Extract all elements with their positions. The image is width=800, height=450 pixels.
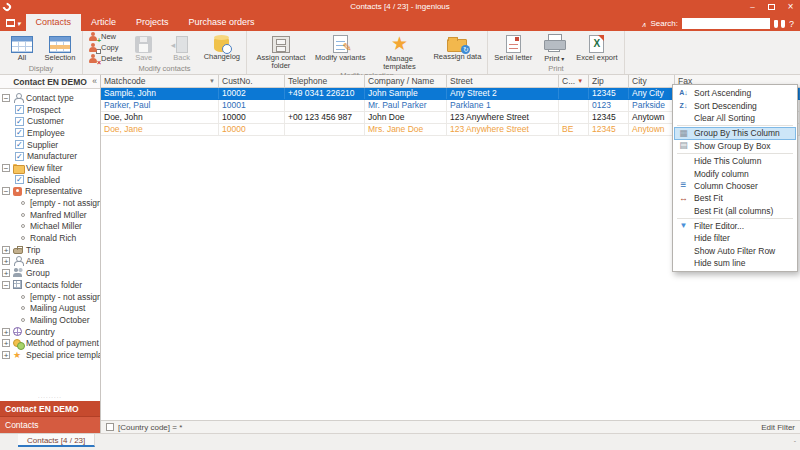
search-binoculars-icon[interactable]: [774, 20, 785, 28]
column-header-custno[interactable]: CustNo.: [219, 75, 285, 87]
all-button[interactable]: All: [3, 31, 41, 64]
collapse-panel-icon[interactable]: [92, 76, 97, 86]
tree-node-special-price-templates[interactable]: Special price templates: [0, 349, 100, 361]
filter-condition[interactable]: [Country code] = *: [118, 423, 182, 432]
cell[interactable]: Any City: [629, 88, 675, 99]
menu-item-modify-column[interactable]: Modify column: [674, 167, 796, 179]
column-header-street[interactable]: Street: [447, 75, 559, 87]
menu-item-column-chooser[interactable]: Column Chooser: [674, 180, 796, 192]
column-header-country-code[interactable]: C...: [559, 75, 589, 87]
cell[interactable]: John Doe: [365, 112, 447, 123]
cell[interactable]: [559, 112, 589, 123]
ribbon-tab-projects[interactable]: Projects: [126, 14, 179, 31]
menu-item-clear-all-sorting[interactable]: Clear All Sorting: [674, 112, 796, 124]
menu-item-group-by-this-column[interactable]: Group By This Column: [674, 127, 796, 139]
menu-item-sort-descending[interactable]: Sort Descending: [674, 99, 796, 111]
tree-item-mailing-august[interactable]: Mailing August: [0, 302, 100, 314]
tree-item-supplier[interactable]: Supplier: [0, 139, 100, 151]
tree-node-view-filter[interactable]: View filter: [0, 162, 100, 174]
expand-icon[interactable]: [2, 257, 10, 265]
cell[interactable]: 12345: [589, 112, 629, 123]
cell[interactable]: [285, 100, 365, 111]
collapse-icon[interactable]: [2, 94, 10, 102]
cell[interactable]: 10001: [219, 100, 285, 111]
expand-icon[interactable]: [2, 351, 10, 359]
checkbox-checked-icon[interactable]: [15, 152, 24, 161]
expand-icon[interactable]: [2, 269, 10, 277]
column-header-telephone[interactable]: Telephone: [285, 75, 365, 87]
minimize-button[interactable]: [743, 0, 762, 13]
column-header-company-name[interactable]: Company / Name: [365, 75, 447, 87]
changelog-button[interactable]: Changelog: [201, 31, 243, 64]
assign-contact-folder-button[interactable]: Assign contact folder: [250, 31, 312, 71]
cell[interactable]: 10000: [219, 112, 285, 123]
cell[interactable]: [559, 88, 589, 99]
checkbox-checked-icon[interactable]: [15, 117, 24, 126]
modify-variants-button[interactable]: Modify variants: [312, 31, 368, 71]
tree-item-rep-empty[interactable]: [empty - not assigned]: [0, 197, 100, 209]
tree-node-contacts-folder[interactable]: Contacts folder: [0, 279, 100, 291]
tree-item-rep-ronald[interactable]: Ronald Rich: [0, 232, 100, 244]
selection-button[interactable]: Selection: [41, 31, 79, 64]
menu-item-filter-editor[interactable]: Filter Editor...: [674, 220, 796, 232]
menu-item-hide-filter[interactable]: Hide filter: [674, 232, 796, 244]
tree-node-group[interactable]: Group: [0, 267, 100, 279]
column-header-matchcode[interactable]: Matchcode: [101, 75, 219, 87]
checkbox-checked-icon[interactable]: [15, 105, 24, 114]
tree-item-mailing-october[interactable]: Mailing October: [0, 314, 100, 326]
expand-icon[interactable]: [2, 246, 10, 254]
application-menu-button[interactable]: [0, 18, 26, 31]
cell[interactable]: Mr. Paul Parker: [365, 100, 447, 111]
tree-node-representative[interactable]: Representative: [0, 186, 100, 198]
tree-node-area[interactable]: Area: [0, 256, 100, 268]
cell[interactable]: [559, 100, 589, 111]
cell[interactable]: Anytown: [629, 124, 675, 135]
checkbox-checked-icon[interactable]: [15, 140, 24, 149]
cell[interactable]: 10002: [219, 88, 285, 99]
menu-item-show-group-by-box[interactable]: Show Group By Box: [674, 140, 796, 152]
manage-templates-button[interactable]: Manage templates: [368, 31, 430, 71]
tree-node-country[interactable]: Country: [0, 326, 100, 338]
cell[interactable]: Sample, John: [101, 88, 219, 99]
expand-icon[interactable]: [2, 339, 10, 347]
close-button[interactable]: [781, 0, 800, 13]
menu-item-best-fit-all-columns[interactable]: Best Fit (all columns): [674, 205, 796, 217]
cell[interactable]: Doe, John: [101, 112, 219, 123]
maximize-button[interactable]: [762, 0, 781, 13]
collapse-icon[interactable]: [2, 187, 10, 195]
new-button[interactable]: + New: [88, 31, 123, 42]
cell[interactable]: 123 Anywhere Street: [447, 112, 559, 123]
cell[interactable]: 123 Anywhere Street: [447, 124, 559, 135]
cell[interactable]: Mrs. Jane Doe: [365, 124, 447, 135]
column-header-city[interactable]: City: [629, 75, 675, 87]
menu-item-hide-sum-line[interactable]: Hide sum line: [674, 257, 796, 269]
tree-item-disabled[interactable]: Disabled: [0, 174, 100, 186]
tree-item-rep-michael[interactable]: Michael Miller: [0, 221, 100, 233]
ribbon-tab-article[interactable]: Article: [81, 14, 126, 31]
filter-enable-checkbox[interactable]: [106, 423, 114, 431]
cell[interactable]: +49 0341 226210: [285, 88, 365, 99]
cell[interactable]: 12345: [589, 88, 629, 99]
cell[interactable]: Parkside: [629, 100, 675, 111]
tree-item-customer[interactable]: Customer: [0, 115, 100, 127]
excel-export-button[interactable]: Excel export: [573, 31, 620, 64]
tree-item-prospect[interactable]: Prospect: [0, 104, 100, 116]
tree-node-method-of-payment[interactable]: Method of payment: [0, 337, 100, 349]
checkbox-checked-icon[interactable]: [15, 128, 24, 137]
menu-item-best-fit[interactable]: Best Fit: [674, 192, 796, 204]
cell[interactable]: [285, 124, 365, 135]
tree-item-manufacturer[interactable]: Manufacturer: [0, 150, 100, 162]
save-button[interactable]: Save: [125, 31, 163, 64]
cell[interactable]: Parker, Paul: [101, 100, 219, 111]
help-button[interactable]: ?: [789, 19, 794, 29]
nav-button-contact-en-demo[interactable]: Contact EN DEMO: [0, 401, 100, 417]
tab-overflow-indicator[interactable]: [794, 437, 796, 444]
column-header-zip[interactable]: Zip: [589, 75, 629, 87]
menu-item-hide-this-column[interactable]: Hide This Column: [674, 155, 796, 167]
collapse-icon[interactable]: [2, 281, 10, 289]
ribbon-tab-purchase-orders[interactable]: Purchase orders: [179, 14, 265, 31]
ribbon-tab-contacts[interactable]: Contacts: [26, 14, 82, 31]
edit-filter-button[interactable]: Edit Filter: [761, 423, 795, 432]
collapse-icon[interactable]: [2, 164, 10, 172]
search-input[interactable]: [682, 18, 770, 29]
